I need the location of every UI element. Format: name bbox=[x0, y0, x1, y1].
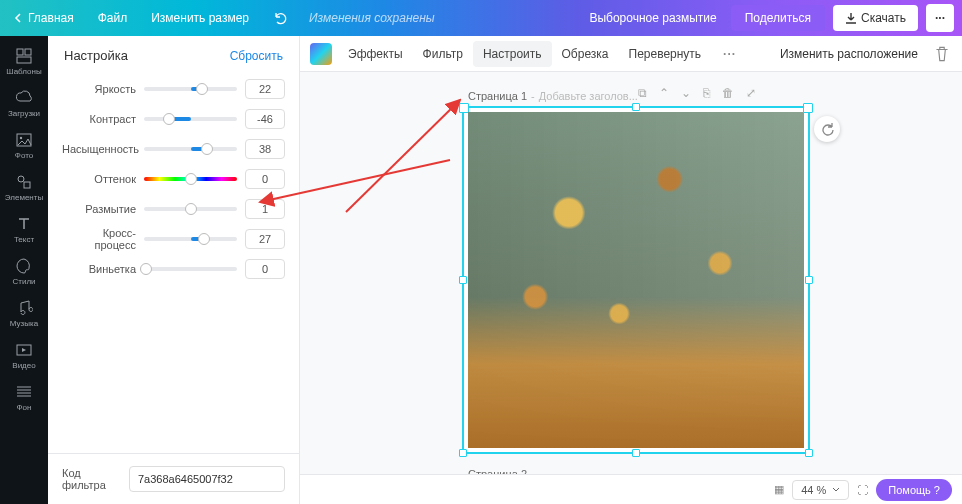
adjust-panel: Настройка Сбросить Яркость22Контраст-46Н… bbox=[48, 36, 300, 504]
slider-thumb[interactable] bbox=[140, 263, 152, 275]
reset-button[interactable]: Сбросить bbox=[230, 49, 283, 63]
slider-label: Виньетка bbox=[62, 263, 144, 275]
slider-track[interactable] bbox=[144, 177, 237, 181]
slider-thumb[interactable] bbox=[185, 203, 197, 215]
chevron-down-icon[interactable]: ⌄ bbox=[681, 86, 691, 100]
toolbar-item[interactable]: Настроить bbox=[473, 41, 552, 67]
svg-point-4 bbox=[20, 136, 22, 138]
slider-label: Размытие bbox=[62, 203, 144, 215]
lock-page-icon[interactable]: ⤢ bbox=[746, 86, 756, 100]
rail-video[interactable]: Видео bbox=[0, 334, 48, 376]
download-button[interactable]: Скачать bbox=[833, 5, 918, 31]
slider-value[interactable]: -46 bbox=[245, 109, 285, 129]
help-button[interactable]: Помощь ? bbox=[876, 479, 952, 501]
home-button[interactable]: Главная bbox=[8, 7, 80, 29]
slider-thumb[interactable] bbox=[185, 173, 197, 185]
slider-thumb[interactable] bbox=[163, 113, 175, 125]
rail-background[interactable]: Фон bbox=[0, 376, 48, 418]
slider-label: Яркость bbox=[62, 83, 144, 95]
image-icon bbox=[15, 131, 33, 149]
slider-row-6: Виньетка0 bbox=[62, 255, 285, 283]
image-content bbox=[468, 112, 804, 448]
slider-row-5: Кросс-процесс27 bbox=[62, 225, 285, 253]
undo-icon bbox=[273, 11, 287, 25]
slider-value[interactable]: 0 bbox=[245, 259, 285, 279]
share-button[interactable]: Поделиться bbox=[731, 5, 825, 31]
page-actions: ⧉ ⌃ ⌄ ⎘ 🗑 ⤢ bbox=[638, 86, 756, 100]
fullscreen-icon[interactable]: ⛶ bbox=[857, 484, 868, 496]
slider-value[interactable]: 1 bbox=[245, 199, 285, 219]
background-icon bbox=[15, 383, 33, 401]
slider-track[interactable] bbox=[144, 207, 237, 211]
rail-photos[interactable]: Фото bbox=[0, 124, 48, 166]
chevron-up-icon[interactable]: ⌃ bbox=[659, 86, 669, 100]
toolbar-more[interactable]: ··· bbox=[717, 43, 742, 65]
filter-code-input[interactable] bbox=[129, 466, 285, 492]
toolbar-item[interactable]: Обрезка bbox=[552, 41, 619, 67]
page-1-title: Страница 1 bbox=[468, 90, 527, 102]
image-thumbnail[interactable] bbox=[310, 43, 332, 65]
trash-icon[interactable] bbox=[932, 44, 952, 64]
filter-code-label: Код фильтра bbox=[62, 467, 119, 491]
file-menu[interactable]: Файл bbox=[92, 7, 134, 29]
chevron-left-icon bbox=[14, 13, 24, 23]
rail-styles[interactable]: Стили bbox=[0, 250, 48, 292]
rail-music[interactable]: Музыка bbox=[0, 292, 48, 334]
resize-menu[interactable]: Изменить размер bbox=[145, 7, 255, 29]
templates-icon bbox=[15, 47, 33, 65]
topbar: Главная Файл Изменить размер Изменения с… bbox=[0, 0, 962, 36]
slider-track[interactable] bbox=[144, 237, 237, 241]
selective-blur-title[interactable]: Выборочное размытие bbox=[583, 7, 722, 29]
slider-value[interactable]: 0 bbox=[245, 169, 285, 189]
undo-button[interactable] bbox=[267, 7, 293, 29]
more-button[interactable]: ··· bbox=[926, 4, 954, 32]
zoom-value: 44 % bbox=[801, 484, 826, 496]
home-label: Главная bbox=[28, 11, 74, 25]
slider-value[interactable]: 22 bbox=[245, 79, 285, 99]
canvas-area[interactable]: Страница 1 - Добавьте заголов... ⧉ ⌃ ⌄ ⎘… bbox=[300, 72, 962, 474]
slider-thumb[interactable] bbox=[198, 233, 210, 245]
add-page-icon[interactable]: ⧉ bbox=[638, 86, 647, 100]
slider-value[interactable]: 38 bbox=[245, 139, 285, 159]
more-icon: ··· bbox=[935, 11, 945, 25]
pages-icon[interactable]: ▦ bbox=[774, 483, 784, 496]
text-icon bbox=[15, 215, 33, 233]
slider-thumb[interactable] bbox=[201, 143, 213, 155]
image-toolbar: ЭффектыФильтрНастроитьОбрезкаПеревернуть… bbox=[300, 36, 962, 72]
zoom-control[interactable]: 44 % bbox=[792, 480, 849, 500]
save-status: Изменения сохранены bbox=[309, 11, 435, 25]
rail-text[interactable]: Текст bbox=[0, 208, 48, 250]
slider-row-0: Яркость22 bbox=[62, 75, 285, 103]
rail-elements[interactable]: Элементы bbox=[0, 166, 48, 208]
palette-icon bbox=[15, 257, 33, 275]
slider-label: Оттенок bbox=[62, 173, 144, 185]
slider-thumb[interactable] bbox=[196, 83, 208, 95]
slider-value[interactable]: 27 bbox=[245, 229, 285, 249]
reload-blur-button[interactable] bbox=[814, 116, 840, 142]
svg-rect-2 bbox=[17, 57, 31, 63]
page-caption-placeholder[interactable]: Добавьте заголов... bbox=[539, 90, 638, 102]
selected-image-frame[interactable] bbox=[462, 106, 810, 454]
slider-row-3: Оттенок0 bbox=[62, 165, 285, 193]
page-1-header: Страница 1 - Добавьте заголов... bbox=[468, 90, 638, 102]
slider-track[interactable] bbox=[144, 87, 237, 91]
rail-uploads[interactable]: Загрузки bbox=[0, 82, 48, 124]
svg-rect-0 bbox=[17, 49, 23, 55]
toolbar-item[interactable]: Эффекты bbox=[338, 41, 413, 67]
slider-label: Кросс-процесс bbox=[62, 227, 144, 251]
slider-row-2: Насыщенность38 bbox=[62, 135, 285, 163]
copy-page-icon[interactable]: ⎘ bbox=[703, 86, 710, 100]
refresh-icon bbox=[820, 122, 834, 136]
slider-track[interactable] bbox=[144, 117, 237, 121]
svg-line-8 bbox=[346, 100, 460, 212]
toolbar-item[interactable]: Фильтр bbox=[413, 41, 473, 67]
slider-track[interactable] bbox=[144, 147, 237, 151]
slider-row-1: Контраст-46 bbox=[62, 105, 285, 133]
reorder-button[interactable]: Изменить расположение bbox=[780, 47, 918, 61]
toolbar-item[interactable]: Перевернуть bbox=[619, 41, 712, 67]
rail-templates[interactable]: Шаблоны bbox=[0, 40, 48, 82]
slider-list: Яркость22Контраст-46Насыщенность38Оттено… bbox=[48, 75, 299, 453]
slider-track[interactable] bbox=[144, 267, 237, 271]
download-icon bbox=[845, 12, 857, 24]
delete-page-icon[interactable]: 🗑 bbox=[722, 86, 734, 100]
